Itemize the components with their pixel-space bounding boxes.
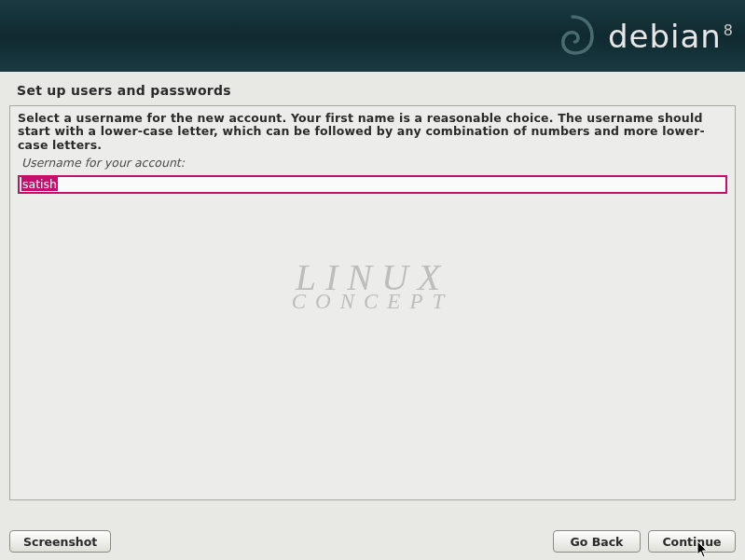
button-row: Screenshot Go Back Continue [0, 530, 745, 553]
screenshot-button[interactable]: Screenshot [9, 530, 111, 553]
installer-header: debian8 [0, 0, 745, 72]
brand-version: 8 [724, 21, 734, 39]
brand-label: debian8 [608, 18, 734, 55]
debian-swirl-icon [545, 8, 600, 64]
go-back-button[interactable]: Go Back [553, 530, 641, 553]
continue-button[interactable]: Continue [648, 530, 736, 553]
username-label: Username for your account: [18, 156, 727, 170]
content-panel: Select a username for the new account. Y… [9, 105, 736, 500]
watermark: LINUX CONCEPT [292, 263, 454, 311]
instruction-text: Select a username for the new account. Y… [18, 112, 727, 152]
page-title: Set up users and passwords [0, 72, 745, 105]
username-input[interactable]: satish [18, 175, 727, 194]
